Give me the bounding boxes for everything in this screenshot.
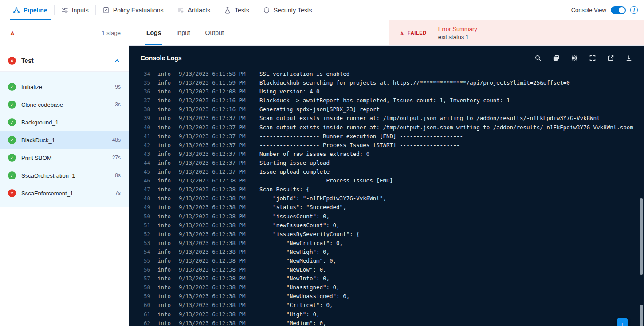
log-level: info xyxy=(157,105,172,114)
log-timestamp: 9/13/2023 6:12:38 PM xyxy=(179,203,250,212)
log-line-46: 46info9/13/2023 6:12:38 PM--------------… xyxy=(141,176,637,185)
log-timestamp: 9/13/2023 6:12:38 PM xyxy=(179,212,250,221)
log-line-62: 62info9/13/2023 6:12:38 PM "Medium": 0, xyxy=(141,319,637,326)
log-timestamp: 9/13/2023 6:12:37 PM xyxy=(179,159,250,167)
log-line-43: 43info9/13/2023 6:12:37 PMNumber of raw … xyxy=(141,150,637,159)
log-level: info xyxy=(157,203,172,212)
search-icon[interactable] xyxy=(534,54,542,62)
log-timestamp: 9/13/2023 6:12:37 PM xyxy=(179,141,250,150)
tab-label: Inputs xyxy=(72,7,89,14)
log-message: "jobId": "-n1FkEpdiw3Y7G-Vvk8Wnl", xyxy=(259,194,386,203)
tab-inputs[interactable]: Inputs xyxy=(55,0,95,20)
copy-icon[interactable] xyxy=(553,54,560,62)
log-line-48: 48info9/13/2023 6:12:38 PM "jobId": "-n1… xyxy=(141,194,637,203)
log-level: info xyxy=(157,248,172,256)
tab-security-tests[interactable]: Security Tests xyxy=(256,0,319,20)
log-level: info xyxy=(157,230,172,239)
log-level: info xyxy=(157,167,172,176)
stage-row-test[interactable]: ✕ Test xyxy=(0,50,129,72)
log-timestamp: 9/13/2023 6:12:38 PM xyxy=(179,283,250,292)
tab-artifacts[interactable]: Artifacts xyxy=(170,0,217,20)
log-line-number: 57 xyxy=(141,274,150,283)
log-message: ------------------ Runner execution [END… xyxy=(259,132,463,141)
error-summary-title: Error Summary xyxy=(438,26,477,32)
log-timestamp: 9/13/2023 6:12:38 PM xyxy=(179,319,250,326)
log-message: "NewInfo": 0, xyxy=(259,274,330,283)
step-background-1[interactable]: ✓Background_1 xyxy=(0,113,129,131)
fullscreen-icon[interactable] xyxy=(589,54,596,62)
step-name: Background_1 xyxy=(21,119,115,126)
log-message: Scan output exists inside runner at: /tm… xyxy=(259,114,600,123)
tab-logs[interactable]: Logs xyxy=(139,20,169,45)
tab-policy-evaluations[interactable]: Policy Evaluations xyxy=(96,0,170,20)
log-line-number: 54 xyxy=(141,248,150,256)
app-window: PipelineInputsPolicy EvaluationsArtifact… xyxy=(0,0,644,326)
open-in-new-icon[interactable] xyxy=(607,54,614,62)
toggle-knob xyxy=(619,7,625,13)
pipeline-icon xyxy=(13,7,20,14)
log-message: "NewHigh": 0, xyxy=(259,248,330,256)
log-line-number: 39 xyxy=(141,114,150,123)
inputs-icon xyxy=(61,7,68,14)
step-sscaenforcement-1[interactable]: ✕SscaEnforcement_17s xyxy=(0,184,129,202)
log-level: info xyxy=(157,78,172,87)
step-print-sbom[interactable]: ✓Print SBOM27s xyxy=(0,149,129,167)
pipeline-nav-tabs: PipelineInputsPolicy EvaluationsArtifact… xyxy=(6,0,319,20)
step-name: BlackDuck_1 xyxy=(21,137,107,144)
step-name: Print SBOM xyxy=(21,155,107,161)
download-icon[interactable] xyxy=(625,54,632,62)
console-panel: Console Logs 34info9/13/2023 6:11:58 PMS… xyxy=(129,46,644,326)
log-message: "Unassigned": 0, xyxy=(259,283,340,292)
log-timestamp: 9/13/2023 6:12:37 PM xyxy=(179,132,250,141)
log-line-number: 62 xyxy=(141,319,150,326)
log-level: info xyxy=(157,256,172,265)
log-level: info xyxy=(157,159,172,167)
settings-icon[interactable] xyxy=(571,54,578,62)
console-view-toggle[interactable] xyxy=(611,6,626,14)
step-duration: 27s xyxy=(112,155,121,161)
step-initialize[interactable]: ✓Initialize9s xyxy=(0,78,129,96)
log-line-number: 53 xyxy=(141,239,150,248)
log-line-number: 36 xyxy=(141,87,150,96)
log-level: info xyxy=(157,141,172,150)
warning-icon: ▲! xyxy=(399,30,405,36)
log-line-number: 34 xyxy=(141,72,150,78)
log-timestamp: 9/13/2023 6:12:08 PM xyxy=(179,87,250,96)
tab-pipeline[interactable]: Pipeline xyxy=(6,0,54,20)
scroll-to-bottom-button[interactable]: ↓ xyxy=(617,318,628,326)
log-message: SSL verification is enabled xyxy=(259,72,349,78)
step-name: Initialize xyxy=(21,84,110,90)
log-timestamp: 9/13/2023 6:12:38 PM xyxy=(179,176,250,185)
log-line-40: 40info9/13/2023 6:12:37 PMScan output ex… xyxy=(141,123,637,132)
tab-output[interactable]: Output xyxy=(198,20,232,45)
log-output: 34info9/13/2023 6:11:58 PMSSL verificati… xyxy=(141,72,637,326)
log-line-52: 52info9/13/2023 6:12:38 PM "issuesBySeve… xyxy=(141,230,637,239)
log-timestamp: 9/13/2023 6:12:38 PM xyxy=(179,221,250,230)
info-icon[interactable]: i xyxy=(630,6,638,14)
log-line-49: 49info9/13/2023 6:12:38 PM "status": "Su… xyxy=(141,203,637,212)
log-line-number: 35 xyxy=(141,78,150,87)
tab-tests[interactable]: Tests xyxy=(217,0,256,20)
log-level: info xyxy=(157,301,172,310)
success-icon: ✓ xyxy=(8,136,16,144)
log-timestamp: 9/13/2023 6:11:58 PM xyxy=(179,72,250,78)
scrollbar-thumb[interactable] xyxy=(640,198,643,275)
log-message: "NewUnassigned": 0, xyxy=(259,292,349,301)
log-timestamp: 9/13/2023 6:12:16 PM xyxy=(179,105,250,114)
security-icon xyxy=(263,7,270,14)
log-level: info xyxy=(157,150,172,159)
log-message: "Medium": 0, xyxy=(259,319,326,326)
step-clone-codebase[interactable]: ✓Clone codebase3s xyxy=(0,96,129,113)
tab-label: Pipeline xyxy=(24,7,47,14)
log-timestamp: 9/13/2023 6:12:38 PM xyxy=(179,310,250,319)
chevron-up-icon[interactable] xyxy=(114,57,121,64)
log-level: info xyxy=(157,87,172,96)
step-blackduck-1[interactable]: ✓BlackDuck_148s xyxy=(0,131,129,149)
step-sscaorchestration-1[interactable]: ✓SscaOrchestration_18s xyxy=(0,167,129,184)
scrollbar-thumb-bottom[interactable] xyxy=(640,305,643,326)
log-timestamp: 9/13/2023 6:12:38 PM xyxy=(179,230,250,239)
log-timestamp: 9/13/2023 6:12:37 PM xyxy=(179,150,250,159)
log-message: Scan Results: { xyxy=(259,185,310,194)
tab-input[interactable]: Input xyxy=(169,20,197,45)
log-level: info xyxy=(157,221,172,230)
